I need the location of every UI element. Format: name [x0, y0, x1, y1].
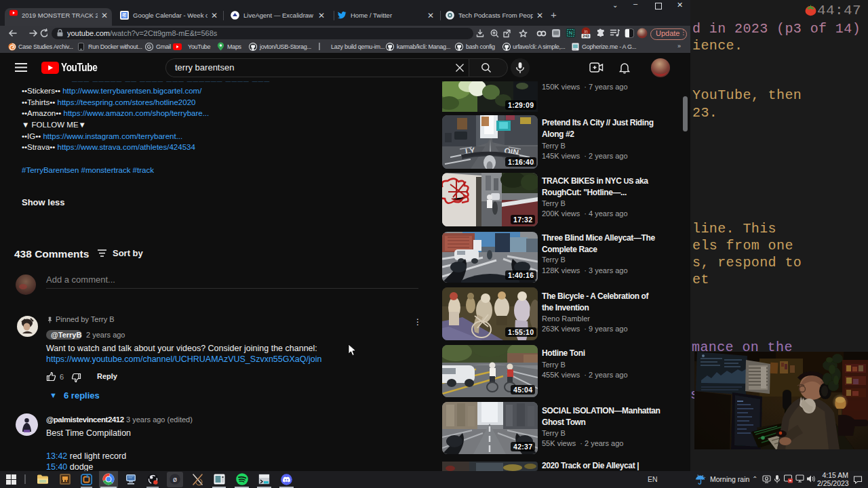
svg-text:N: N [569, 30, 572, 36]
svg-text:243: 243 [583, 34, 589, 38]
svg-text:28: 28 [122, 14, 127, 18]
svg-text:in: in [584, 29, 587, 34]
svg-text:ø: ø [173, 476, 177, 484]
